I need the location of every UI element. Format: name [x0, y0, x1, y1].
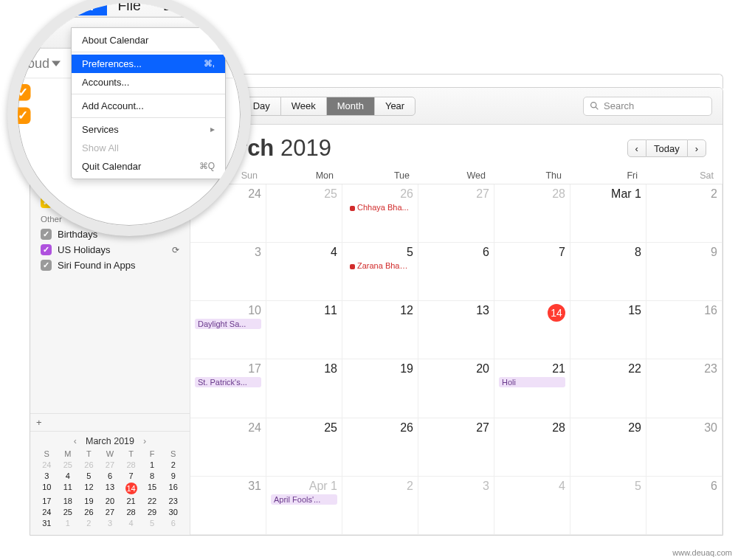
- mini-day[interactable]: 22: [142, 497, 163, 505]
- day-cell[interactable]: 13: [418, 301, 494, 359]
- menu-edit-partial[interactable]: E: [152, 0, 184, 15]
- day-cell[interactable]: 5Zarana Bhab...: [342, 243, 418, 301]
- mini-day[interactable]: 4: [120, 519, 142, 528]
- menu-item[interactable]: Services▸: [72, 120, 225, 139]
- menu-item[interactable]: Preferences...⌘,: [72, 55, 225, 73]
- day-cell[interactable]: 6: [646, 477, 723, 535]
- mini-day[interactable]: 2: [78, 519, 100, 528]
- day-cell[interactable]: 21Holi: [494, 359, 570, 418]
- next-month-button[interactable]: ›: [687, 139, 706, 157]
- day-cell[interactable]: 31: [190, 477, 266, 535]
- event-pill[interactable]: St. Patrick's...: [195, 377, 261, 387]
- mini-day[interactable]: 5: [78, 471, 100, 480]
- today-button[interactable]: Today: [646, 139, 687, 157]
- day-cell[interactable]: 12: [342, 301, 418, 359]
- mini-day[interactable]: 6: [162, 519, 184, 528]
- day-cell[interactable]: 3: [418, 477, 494, 535]
- checkbox-icon[interactable]: ✓: [41, 260, 52, 271]
- day-cell[interactable]: 2: [342, 477, 418, 535]
- day-cell[interactable]: 22: [570, 359, 646, 418]
- mini-day[interactable]: 23: [162, 497, 184, 505]
- mini-day[interactable]: 8: [142, 471, 163, 480]
- mini-day[interactable]: 16: [162, 483, 184, 494]
- mini-day[interactable]: 27: [100, 460, 121, 469]
- mini-day[interactable]: 3: [100, 519, 121, 528]
- mini-day[interactable]: 15: [142, 483, 163, 494]
- event-pill[interactable]: Daylight Sa...: [195, 319, 261, 329]
- day-cell[interactable]: 5: [570, 477, 646, 535]
- event-pill[interactable]: Chhaya Bha...: [347, 202, 413, 212]
- mini-day[interactable]: 24: [36, 508, 58, 516]
- mini-day[interactable]: 10: [36, 483, 58, 494]
- search-field[interactable]: Search: [583, 97, 712, 116]
- day-cell[interactable]: 4: [494, 477, 570, 535]
- close-icon[interactable]: [12, 26, 27, 41]
- mini-day[interactable]: 2: [162, 460, 184, 469]
- menu-item[interactable]: Add Account...: [72, 97, 225, 115]
- day-cell[interactable]: 29: [570, 418, 646, 477]
- checkbox-icon[interactable]: ✓: [14, 84, 31, 101]
- day-cell[interactable]: 28: [494, 418, 570, 477]
- mini-day[interactable]: 1: [58, 519, 79, 528]
- menu-calendar[interactable]: Calendar: [23, 0, 106, 15]
- day-cell[interactable]: Mar 1: [570, 184, 646, 243]
- mini-day[interactable]: 29: [142, 508, 163, 516]
- mini-day[interactable]: 18: [58, 497, 79, 505]
- day-cell[interactable]: 26Chhaya Bha...: [342, 184, 418, 243]
- menu-item[interactable]: About Calendar: [72, 31, 225, 49]
- day-cell[interactable]: 3: [190, 243, 266, 301]
- mini-day[interactable]: 25: [58, 460, 79, 469]
- mini-day[interactable]: 17: [36, 497, 58, 505]
- menu-item[interactable]: Accounts...: [72, 73, 225, 91]
- day-cell[interactable]: 18: [266, 359, 342, 418]
- day-cell[interactable]: 9: [646, 243, 723, 301]
- mini-prev-button[interactable]: ‹: [71, 436, 80, 446]
- checkbox-icon[interactable]: ✓: [14, 108, 31, 125]
- day-cell[interactable]: 11: [266, 301, 342, 359]
- day-cell[interactable]: 14: [494, 301, 570, 359]
- mini-day[interactable]: 5: [142, 519, 163, 528]
- checkbox-icon[interactable]: ✓: [41, 244, 52, 255]
- calendar-list-item[interactable]: ✓US Holidays⟳: [38, 242, 182, 257]
- calendar-list-item[interactable]: ✓Siri Found in Apps: [38, 257, 182, 273]
- day-cell[interactable]: 25: [266, 184, 342, 243]
- mini-day[interactable]: 14: [125, 483, 137, 494]
- mini-day[interactable]: 28: [120, 460, 142, 469]
- day-cell[interactable]: 28: [494, 184, 570, 243]
- day-cell[interactable]: 8: [570, 243, 646, 301]
- day-cell[interactable]: 10Daylight Sa...: [190, 301, 266, 359]
- day-cell[interactable]: 2: [646, 184, 723, 243]
- mini-day[interactable]: 30: [162, 508, 184, 516]
- day-cell[interactable]: 25: [266, 418, 342, 477]
- day-cell[interactable]: 7: [494, 243, 570, 301]
- view-year-button[interactable]: Year: [375, 97, 415, 115]
- day-cell[interactable]: 26: [342, 418, 418, 477]
- menu-file[interactable]: File: [106, 0, 151, 15]
- mini-day[interactable]: 26: [78, 460, 100, 469]
- mini-day[interactable]: 24: [36, 460, 58, 469]
- mini-day[interactable]: 7: [120, 471, 142, 480]
- mini-day[interactable]: 3: [36, 471, 58, 480]
- day-cell[interactable]: 24: [190, 418, 266, 477]
- view-week-button[interactable]: Week: [281, 97, 327, 115]
- mini-day[interactable]: 28: [120, 508, 142, 516]
- month-grid[interactable]: 242526Chhaya Bha...2728Mar 12345Zarana B…: [190, 184, 723, 535]
- mini-day[interactable]: 9: [162, 471, 184, 480]
- view-month-button[interactable]: Month: [327, 97, 375, 115]
- day-cell[interactable]: 27: [418, 418, 494, 477]
- day-cell[interactable]: 19: [342, 359, 418, 418]
- day-cell[interactable]: 6: [418, 243, 494, 301]
- event-pill[interactable]: April Fools'...: [271, 494, 337, 505]
- mini-day[interactable]: 12: [78, 483, 100, 494]
- mini-day[interactable]: 20: [100, 497, 121, 505]
- mini-day[interactable]: 11: [58, 483, 79, 494]
- mini-day[interactable]: 6: [100, 471, 121, 480]
- prev-month-button[interactable]: ‹: [627, 139, 646, 157]
- day-cell[interactable]: 17St. Patrick's...: [190, 359, 266, 418]
- mini-day[interactable]: 19: [78, 497, 100, 505]
- mini-day[interactable]: 1: [142, 460, 163, 469]
- view-segmented-control[interactable]: Day Week Month Year: [242, 97, 416, 116]
- event-pill[interactable]: Holi: [499, 377, 565, 387]
- day-cell[interactable]: 15: [570, 301, 646, 359]
- mini-day[interactable]: 21: [120, 497, 142, 505]
